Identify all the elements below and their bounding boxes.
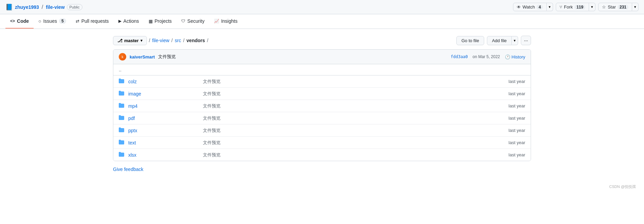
- actions-icon: ▶: [118, 19, 121, 23]
- nav-insights[interactable]: 📈 Insights: [209, 14, 242, 29]
- file-time: last year: [491, 103, 525, 108]
- file-commit-msg: 文件预览: [203, 103, 491, 109]
- repo-separator: /: [42, 4, 43, 10]
- nav-projects-label: Projects: [155, 18, 172, 24]
- security-icon: 🛡: [181, 19, 185, 23]
- add-file-button[interactable]: Add file: [487, 36, 512, 45]
- file-time: last year: [491, 116, 525, 121]
- file-name[interactable]: image: [128, 91, 203, 97]
- fork-label: Fork: [564, 4, 573, 10]
- author-avatar: k: [119, 53, 126, 61]
- folder-icon: [119, 103, 126, 109]
- commit-info-left: k kaiverSmart 文件预览: [119, 53, 176, 61]
- file-name[interactable]: xlsx: [128, 152, 203, 158]
- nav-actions[interactable]: ▶ Actions: [114, 14, 144, 29]
- add-file-chevron-icon: ▾: [514, 38, 516, 43]
- file-commit-msg: 文件预览: [203, 115, 491, 121]
- history-link[interactable]: 🕐 History: [505, 54, 525, 59]
- code-icon: <>: [10, 19, 15, 23]
- folder-icon: [119, 90, 126, 97]
- file-commit-msg: 文件预览: [203, 91, 491, 97]
- insights-icon: 📈: [214, 19, 219, 23]
- breadcrumb-trail-sep: /: [207, 38, 208, 43]
- pr-icon: ⇄: [76, 19, 79, 24]
- issues-icon: ○: [38, 18, 41, 24]
- nav-security-label: Security: [187, 18, 205, 24]
- feedback-link[interactable]: Give feedback: [113, 167, 144, 172]
- fork-button[interactable]: ⑂ Fork 119: [556, 3, 589, 11]
- fork-group: ⑂ Fork 119 ▾: [556, 3, 595, 11]
- file-time: last year: [491, 140, 525, 145]
- file-commit-msg: 文件预览: [203, 79, 491, 85]
- add-file-group: Add file ▾: [487, 36, 518, 45]
- avatar-initial: k: [122, 55, 124, 59]
- file-commit-msg: 文件预览: [203, 127, 491, 134]
- breadcrumb-repo-link[interactable]: file-view: [152, 38, 170, 43]
- nav-pull-requests[interactable]: ⇄ Pull requests: [71, 14, 114, 29]
- nav-projects[interactable]: ▦ Projects: [144, 14, 177, 29]
- more-options-icon: ···: [524, 38, 528, 43]
- file-name[interactable]: mp4: [128, 103, 203, 109]
- more-options-button[interactable]: ···: [521, 36, 531, 45]
- repo-actions: 👁 Watch 4 ▾ ⑂ Fork 119 ▾ ☆ Star 2: [513, 3, 639, 11]
- breadcrumb-current: vendors: [187, 38, 205, 43]
- repo-owner-link[interactable]: zhuye1993: [15, 4, 39, 10]
- go-to-file-button[interactable]: Go to file: [456, 36, 484, 45]
- table-row: colz 文件预览 last year: [113, 75, 531, 88]
- watch-group: 👁 Watch 4 ▾: [513, 3, 553, 11]
- watch-button[interactable]: 👁 Watch 4: [513, 3, 547, 11]
- visibility-badge: Public: [67, 4, 82, 10]
- repo-identity: 📘 zhuye1993 / file-view Public: [5, 3, 82, 11]
- nav-issues-label: Issues: [43, 18, 57, 24]
- commit-author[interactable]: kaiverSmart: [130, 54, 155, 59]
- watch-label: Watch: [523, 4, 535, 10]
- watch-dropdown[interactable]: ▾: [547, 3, 553, 11]
- projects-icon: ▦: [149, 19, 153, 24]
- feedback-section: Give feedback: [113, 167, 531, 172]
- file-name[interactable]: pptx: [128, 128, 203, 133]
- breadcrumb-sep-3: /: [183, 38, 185, 43]
- folder-icon: [119, 115, 126, 121]
- fork-dropdown[interactable]: ▾: [589, 3, 595, 11]
- branch-name: master: [124, 38, 139, 43]
- branch-selector[interactable]: ⎇ master ▾: [113, 36, 147, 45]
- history-icon: 🕐: [505, 54, 510, 59]
- star-dropdown[interactable]: ▾: [632, 3, 639, 11]
- main-content: ⎇ master ▾ / file-view / src / vendors /…: [105, 36, 539, 172]
- table-row: xlsx 文件预览 last year: [113, 149, 531, 161]
- nav-security[interactable]: 🛡 Security: [176, 14, 209, 29]
- file-name[interactable]: pdf: [128, 116, 203, 121]
- breadcrumb-sep-2: /: [171, 38, 173, 43]
- fork-chevron-icon: ▾: [591, 5, 593, 9]
- sub-nav: <> Code ○ Issues 5 ⇄ Pull requests ▶ Act…: [0, 14, 644, 29]
- commit-date: on Mar 5, 2022: [473, 54, 500, 59]
- nav-code-label: Code: [17, 18, 29, 24]
- file-name[interactable]: text: [128, 140, 203, 145]
- parent-dir-row[interactable]: ..: [113, 64, 531, 75]
- commit-message: 文件预览: [158, 54, 176, 60]
- breadcrumb: ⎇ master ▾ / file-view / src / vendors /: [113, 36, 208, 45]
- footer-text: CSDN @悦悦孺: [609, 185, 636, 189]
- nav-issues[interactable]: ○ Issues 5: [34, 14, 71, 29]
- file-rows-container: colz 文件预览 last year image 文件预览 last year…: [113, 75, 531, 161]
- issues-badge: 5: [59, 18, 66, 24]
- file-time: last year: [491, 152, 525, 157]
- folder-icon: [119, 152, 126, 158]
- add-file-dropdown[interactable]: ▾: [512, 36, 518, 45]
- table-row: pdf 文件预览 last year: [113, 112, 531, 124]
- file-name[interactable]: colz: [128, 79, 203, 84]
- star-group: ☆ Star 231 ▾: [598, 3, 639, 11]
- star-label: Star: [608, 4, 616, 10]
- nav-code[interactable]: <> Code: [5, 14, 34, 29]
- commit-hash[interactable]: fdd3aa0: [451, 54, 468, 59]
- folder-icon: [119, 78, 126, 85]
- file-time: last year: [491, 79, 525, 84]
- file-time: last year: [491, 128, 525, 133]
- repo-name-link[interactable]: file-view: [46, 4, 64, 10]
- commit-info-row: k kaiverSmart 文件预览 fdd3aa0 on Mar 5, 202…: [113, 50, 531, 64]
- breadcrumb-src-link[interactable]: src: [175, 38, 181, 43]
- star-count: 231: [618, 5, 628, 10]
- eye-icon: 👁: [517, 5, 521, 10]
- star-button[interactable]: ☆ Star 231: [598, 3, 632, 11]
- footer: CSDN @悦悦孺: [0, 179, 644, 195]
